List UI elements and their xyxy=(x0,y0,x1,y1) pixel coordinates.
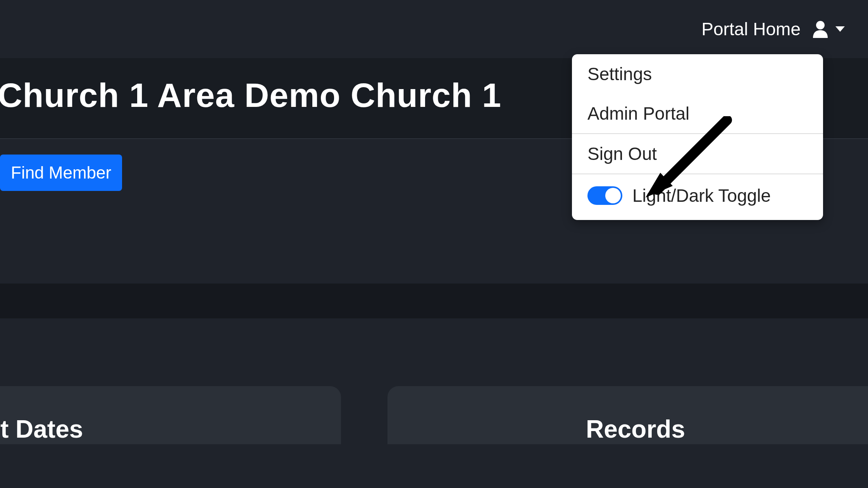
light-dark-toggle[interactable] xyxy=(587,186,622,205)
card-title: rtant Dates xyxy=(0,415,83,443)
user-menu-trigger[interactable] xyxy=(812,20,845,38)
user-icon xyxy=(812,20,828,38)
user-dropdown: Settings Admin Portal Sign Out Light/Dar… xyxy=(572,54,823,220)
dropdown-item-admin-portal[interactable]: Admin Portal xyxy=(572,94,823,133)
card-important-dates[interactable]: rtant Dates xyxy=(0,386,341,444)
toggle-knob xyxy=(605,188,621,203)
dropdown-item-settings[interactable]: Settings xyxy=(572,54,823,94)
card-records[interactable]: Records xyxy=(388,386,868,444)
svg-point-0 xyxy=(816,21,825,29)
dropdown-item-sign-out[interactable]: Sign Out xyxy=(572,134,823,174)
top-nav: Portal Home xyxy=(0,0,868,58)
find-member-button[interactable]: Find Member xyxy=(0,155,122,191)
dropdown-item-theme-toggle[interactable]: Light/Dark Toggle xyxy=(572,174,823,220)
card-title: Records xyxy=(586,415,685,443)
toggle-label: Light/Dark Toggle xyxy=(632,185,771,206)
portal-home-link[interactable]: Portal Home xyxy=(701,19,801,40)
cards-area: rtant Dates Records xyxy=(0,318,868,444)
section-divider xyxy=(0,284,868,318)
chevron-down-icon xyxy=(835,26,845,32)
